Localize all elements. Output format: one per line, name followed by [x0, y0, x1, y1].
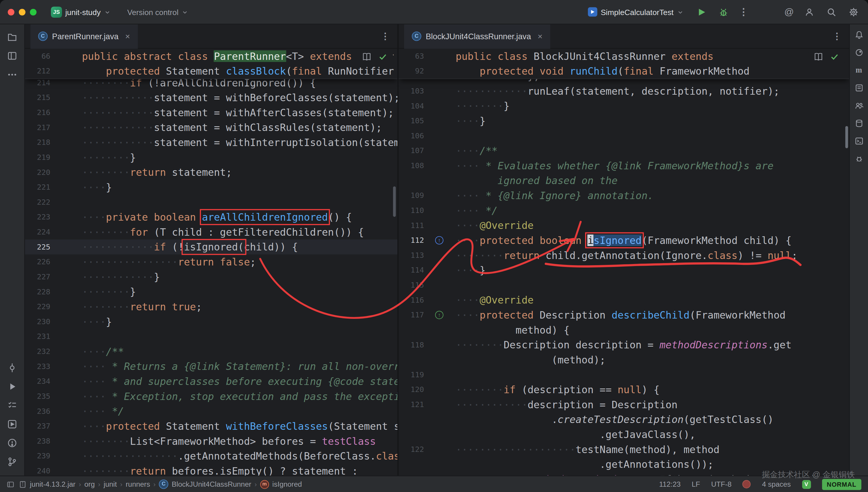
code-text[interactable]: ················return false;	[58, 254, 256, 270]
line-number[interactable]: 215	[25, 90, 58, 105]
reader-mode-book-icon[interactable]	[362, 52, 371, 64]
todo-icon[interactable]	[4, 397, 20, 414]
code-line[interactable]: 218············statement = withInterrupt…	[25, 135, 397, 150]
vim-mode-badge[interactable]: NORMAL	[822, 479, 861, 490]
code-text[interactable]: ············methodDescriptions.putIfAbse…	[432, 472, 840, 475]
code-text[interactable]: ignored based on the	[432, 173, 618, 188]
code-line[interactable]: 220········return statement;	[25, 165, 397, 180]
code-line[interactable]: 219········}	[25, 150, 397, 165]
code-line[interactable]: 239················.getAnnotatedMethods(…	[25, 449, 397, 464]
code-text[interactable]: protected void runChild(final FrameworkM…	[432, 64, 750, 79]
line-number[interactable]: 221	[25, 180, 58, 195]
line-number[interactable]: 224	[25, 224, 58, 240]
code-line[interactable]: 224········for (T child : getFilteredChi…	[25, 224, 397, 240]
code-line[interactable]: 122····················testName(method),…	[399, 442, 849, 457]
code-line[interactable]: 235···· * Exception, stop execution and …	[25, 389, 397, 404]
code-text[interactable]: ············runLeaf(statement, descripti…	[432, 83, 780, 99]
caret-position[interactable]: 112:23	[659, 480, 681, 489]
line-number[interactable]: 220	[25, 165, 58, 180]
line-number[interactable]: 108	[399, 158, 432, 173]
code-line[interactable]: 111····@Override	[399, 218, 849, 233]
line-number[interactable]: 235	[25, 389, 58, 404]
no-problems-check-icon[interactable]	[830, 52, 839, 64]
breadcrumb-item[interactable]: misIgnored	[260, 480, 302, 489]
code-line[interactable]: 238········List<FrameworkMethod> befores…	[25, 434, 397, 449]
line-number[interactable]: 217	[25, 120, 58, 135]
line-number[interactable]	[399, 352, 432, 367]
line-number[interactable]: 120	[399, 382, 432, 397]
code-line[interactable]: 215············statement = withBeforeCla…	[25, 90, 397, 105]
code-text[interactable]: ····@Override	[432, 218, 534, 233]
zoom-window-button[interactable]	[30, 8, 37, 15]
code-text[interactable]: ····protected Description describeChild(…	[432, 308, 785, 323]
editor-blockjunit4classrunner[interactable]: 102············};103············runLeaf(…	[399, 49, 849, 476]
code-text[interactable]: ····}	[432, 263, 486, 278]
line-number[interactable]: 123	[399, 472, 432, 475]
code-text[interactable]: ····}	[432, 113, 486, 128]
code-line[interactable]: .getAnnotations());	[399, 457, 849, 472]
close-window-button[interactable]	[8, 8, 15, 15]
code-text[interactable]: ············statement = withAfterClasses…	[58, 105, 394, 120]
code-line[interactable]: 121············description = Description	[399, 397, 849, 412]
line-number[interactable]: 222	[25, 195, 58, 210]
line-number[interactable]: 122	[399, 442, 432, 457]
plugin-status-icon[interactable]	[743, 480, 751, 489]
line-number[interactable]	[399, 322, 432, 338]
line-number[interactable]: 109	[399, 188, 432, 203]
dependencies-icon[interactable]	[852, 81, 866, 95]
more-actions-kebab-icon[interactable]: ⋮	[739, 6, 749, 18]
code-text[interactable]: ················.getAnnotatedMethods(Bef…	[58, 449, 397, 464]
code-line[interactable]: 104········}	[399, 99, 849, 114]
indent-setting[interactable]: 4 spaces	[762, 480, 791, 489]
code-line[interactable]: 106	[399, 128, 849, 143]
implements-method-gutter-icon[interactable]: ↑	[435, 311, 443, 319]
editor-options-kebab-icon[interactable]: ⋮	[381, 31, 392, 42]
editor-parentrunner[interactable]: 214········if (!areAllChildrenIgnored())…	[25, 49, 397, 476]
code-line[interactable]: 103············runLeaf(statement, descri…	[399, 83, 849, 99]
code-text[interactable]: ···· */	[58, 404, 124, 419]
close-tab-icon[interactable]: ×	[538, 31, 542, 41]
code-text[interactable]: ············statement = withBeforeClasse…	[58, 90, 397, 105]
code-text[interactable]: ········return statement;	[58, 165, 232, 180]
code-line[interactable]: 229········return true;	[25, 299, 397, 314]
code-line[interactable]: .createTestDescription(getTestClass()	[399, 412, 849, 427]
code-line[interactable]: 113········return child.getAnnotation(Ig…	[399, 248, 849, 263]
line-number[interactable]: 212	[25, 64, 58, 79]
code-line[interactable]: 108···· * Evaluates whether {@link Frame…	[399, 158, 849, 173]
code-text[interactable]: ············description = Description	[432, 397, 678, 412]
line-number[interactable]: 66	[25, 49, 58, 64]
tool-window-toggle-icon[interactable]	[7, 480, 15, 488]
code-line[interactable]: 118········Description description = met…	[399, 338, 849, 352]
run-icon[interactable]	[4, 378, 20, 395]
notifications-bell-icon[interactable]	[852, 28, 866, 42]
terminal-icon[interactable]	[852, 134, 866, 148]
tab-blockjunit4classrunner[interactable]: C BlockJUnit4ClassRunner.java ×	[404, 24, 550, 49]
settings-gear-icon[interactable]	[847, 5, 860, 19]
code-line[interactable]: 66public abstract class ParentRunner<T> …	[25, 49, 397, 64]
code-line[interactable]: ignored based on the	[399, 173, 849, 188]
code-text[interactable]: .getJavaClass(),	[432, 427, 696, 442]
line-number[interactable]: 233	[25, 359, 58, 374]
code-text[interactable]: ····protected Statement withBeforeClasse…	[58, 419, 397, 434]
line-number[interactable]: 110	[399, 203, 432, 218]
search-everywhere-icon[interactable]	[825, 5, 838, 19]
code-line[interactable]: 216············statement = withAfterClas…	[25, 105, 397, 120]
code-text[interactable]	[432, 277, 456, 293]
code-line[interactable]: 228········}	[25, 284, 397, 299]
code-text[interactable]	[432, 128, 456, 143]
close-tab-icon[interactable]: ×	[125, 31, 130, 41]
editor-options-kebab-icon[interactable]: ⋮	[832, 31, 844, 42]
code-line[interactable]: 110···· */	[399, 203, 849, 218]
run-button[interactable]	[695, 5, 708, 19]
code-text[interactable]: ···· * and superclasses before executing…	[58, 374, 397, 389]
code-text[interactable]: ···· * Returns a {@link Statement}: run …	[58, 359, 397, 374]
code-line[interactable]: 237····protected Statement withBeforeCla…	[25, 419, 397, 434]
breadcrumb-item[interactable]: junit	[103, 480, 117, 489]
line-number[interactable]: 237	[25, 419, 58, 434]
code-text[interactable]: ········return true;	[58, 299, 202, 314]
mentions-at-icon[interactable]: @	[784, 6, 794, 18]
line-number[interactable]: 112	[399, 233, 432, 248]
line-number[interactable]: 230	[25, 314, 58, 329]
code-line[interactable]: 240········return befores.isEmpty() ? st…	[25, 463, 397, 475]
code-line[interactable]: 221····}	[25, 180, 397, 195]
